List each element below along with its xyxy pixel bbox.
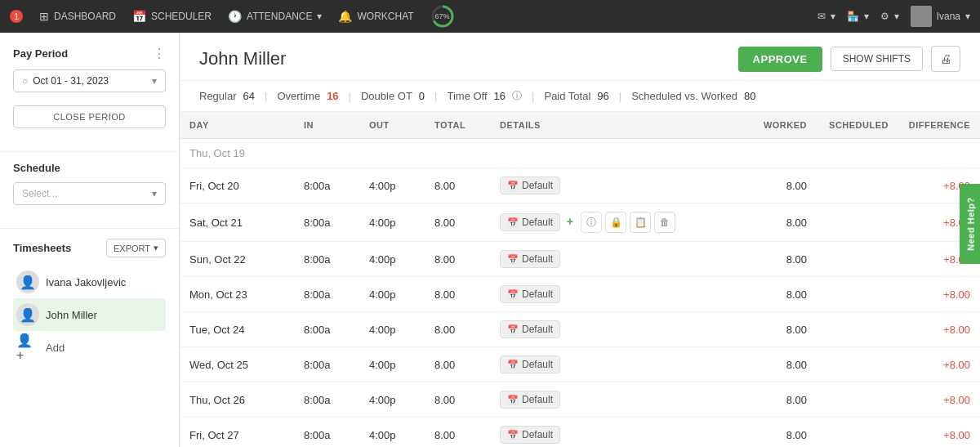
- add-user-icon: 👤+: [16, 336, 39, 359]
- scheduler-link[interactable]: 📅 SCHEDULER: [132, 10, 212, 23]
- cell-day: Thu, Oct 19: [180, 139, 294, 168]
- user-name-ivana: Ivana Jakovljevic: [46, 276, 126, 288]
- progress-pct: 67%: [435, 12, 450, 20]
- workchat-link[interactable]: 🔔 WORKCHAT: [338, 10, 413, 23]
- cell-scheduled: [817, 203, 898, 242]
- timesheets-title: Timesheets: [13, 242, 71, 254]
- cell-total: 8.00: [425, 382, 490, 418]
- col-header-difference: DIFFERENCE: [898, 112, 980, 139]
- clock-icon: 🕐: [228, 10, 242, 23]
- cell-scheduled: [817, 382, 898, 418]
- progress-indicator: 67%: [430, 4, 455, 29]
- cell-details: 📅Default: [490, 277, 735, 312]
- close-period-button[interactable]: CLOSE PERIOD: [13, 105, 166, 128]
- cell-details: 📅Default: [490, 347, 735, 382]
- cell-worked: 8.00: [735, 203, 817, 242]
- cell-total: [425, 139, 490, 168]
- main-content: John Miller APPROVE SHOW SHIFTS 🖨 Regula…: [180, 33, 980, 447]
- cell-diff: +8.00: [898, 312, 980, 347]
- cell-in: 8:00a: [294, 347, 359, 382]
- date-range-picker[interactable]: ○ Oct 01 - 31, 2023 ▾: [13, 69, 166, 92]
- export-button[interactable]: EXPORT ▾: [106, 239, 166, 257]
- cell-details: [490, 139, 735, 168]
- cell-total: 8.00: [425, 203, 490, 242]
- cell-details: 📅Default: [490, 242, 735, 277]
- timesheet-user-john[interactable]: 👤 John Miller: [13, 298, 166, 331]
- cell-day: Mon, Oct 23: [180, 277, 294, 312]
- printer-icon: 🖨: [940, 52, 951, 65]
- col-header-out: OUT: [359, 112, 425, 139]
- settings-link[interactable]: ⚙ ▾: [880, 11, 899, 22]
- chevron-down-icon: ▾: [965, 11, 970, 22]
- cell-day: Sat, Oct 21: [180, 203, 294, 242]
- timesheet-table-container: DAY IN OUT TOTAL DETAILS WORKED SCHEDULE…: [180, 112, 980, 447]
- need-help-tab[interactable]: Need Help?: [960, 184, 980, 264]
- cell-scheduled: [817, 139, 898, 168]
- cell-out: 4:00p: [359, 382, 425, 418]
- chat-icon: 🔔: [338, 10, 352, 23]
- user-avatar: [911, 6, 932, 27]
- calendar-tag-icon: 📅: [507, 430, 519, 440]
- table-row: Tue, Oct 24 8:00a 4:00p 8.00 📅Default 8.…: [180, 312, 980, 347]
- details-tag: 📅Default: [500, 213, 560, 231]
- cell-diff: +8.00: [898, 382, 980, 418]
- time-off-info-icon[interactable]: ⓘ: [512, 89, 522, 103]
- cell-scheduled: [817, 277, 898, 312]
- col-header-worked: WORKED: [735, 112, 817, 139]
- table-row: Wed, Oct 25 8:00a 4:00p 8.00 📅Default 8.…: [180, 347, 980, 382]
- cell-in: 8:00a: [294, 242, 359, 277]
- col-header-details: DETAILS: [490, 112, 735, 139]
- info-action-icon[interactable]: ⓘ: [581, 212, 602, 233]
- print-button[interactable]: 🖨: [931, 46, 960, 72]
- cell-in: 8:00a: [294, 168, 359, 203]
- cell-worked: 8.00: [735, 347, 817, 382]
- show-shifts-button[interactable]: SHOW SHIFTS: [831, 47, 923, 71]
- cell-worked: 8.00: [735, 168, 817, 203]
- stat-overtime: Overtime 16: [277, 90, 338, 102]
- stat-scheduled-vs-worked: Scheduled vs. Worked 80: [631, 90, 755, 102]
- calendar-tag-icon: 📅: [507, 395, 519, 405]
- store-icon: 🏪: [847, 11, 859, 22]
- pay-period-menu[interactable]: ⋮: [153, 46, 166, 61]
- approve-button[interactable]: APPROVE: [738, 47, 822, 72]
- cell-details: 📅Default: [490, 312, 735, 347]
- table-header-row: DAY IN OUT TOTAL DETAILS WORKED SCHEDULE…: [180, 112, 980, 139]
- copy-action-icon[interactable]: 📋: [630, 212, 651, 233]
- messages-link[interactable]: ✉ ▾: [817, 11, 835, 22]
- chevron-down-icon: ▾: [831, 11, 835, 22]
- attendance-link[interactable]: 🕐 ATTENDANCE ▾: [228, 10, 322, 23]
- cell-diff: [898, 139, 980, 168]
- user-menu[interactable]: Ivana ▾: [911, 6, 970, 27]
- lock-action-icon[interactable]: 🔒: [605, 212, 626, 233]
- chevron-down-icon: ▾: [894, 11, 899, 22]
- dashboard-link[interactable]: ⊞ DASHBOARD: [39, 10, 116, 23]
- timesheet-user-ivana[interactable]: 👤 Ivana Jakovljevic: [13, 266, 166, 298]
- add-user-button[interactable]: 👤+ Add: [13, 331, 166, 364]
- avatar-ivana: 👤: [16, 270, 39, 293]
- cell-out: 4:00p: [359, 312, 425, 347]
- delete-action-icon[interactable]: 🗑: [654, 212, 675, 233]
- avatar-john: 👤: [16, 303, 39, 326]
- schedule-select[interactable]: Select... ▾: [13, 182, 166, 205]
- stats-bar: Regular 64 | Overtime 16 | Double OT 0 |…: [180, 81, 980, 112]
- chevron-down-icon: ▾: [154, 243, 158, 253]
- cell-day: Fri, Oct 20: [180, 168, 294, 203]
- cell-day: Wed, Oct 25: [180, 347, 294, 382]
- main-header: John Miller APPROVE SHOW SHIFTS 🖨: [180, 33, 980, 81]
- top-navigation: 1 ⊞ DASHBOARD 📅 SCHEDULER 🕐 ATTENDANCE ▾…: [0, 0, 980, 33]
- dashboard-icon: ⊞: [39, 10, 49, 23]
- store-link[interactable]: 🏪 ▾: [847, 11, 869, 22]
- notification-bell[interactable]: 1: [10, 10, 23, 23]
- timesheet-table: DAY IN OUT TOTAL DETAILS WORKED SCHEDULE…: [180, 112, 980, 447]
- cell-details: 📅Default: [490, 382, 735, 418]
- table-row: Mon, Oct 23 8:00a 4:00p 8.00 📅Default 8.…: [180, 277, 980, 312]
- details-tag: 📅Default: [500, 391, 560, 409]
- cell-in: 8:00a: [294, 277, 359, 312]
- cell-out: [359, 139, 425, 168]
- action-icons: ⓘ 🔒 📋 🗑: [581, 212, 675, 233]
- cell-worked: 8.00: [735, 242, 817, 277]
- cell-diff: +8.00: [898, 418, 980, 448]
- scheduler-icon: 📅: [132, 10, 146, 23]
- cell-in: 8:00a: [294, 382, 359, 418]
- add-entry-button[interactable]: +: [567, 215, 573, 228]
